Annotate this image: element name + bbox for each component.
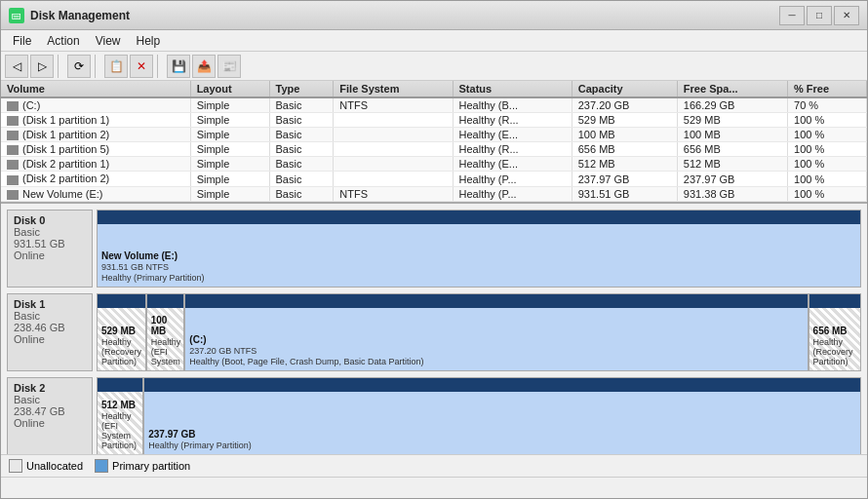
close-button[interactable]: ✕ [834, 6, 859, 25]
back-button[interactable]: ◁ [5, 55, 28, 78]
cell-layout: Simple [190, 97, 269, 113]
cell-fs [334, 172, 453, 186]
menu-action[interactable]: Action [39, 32, 87, 50]
forward-button[interactable]: ▷ [30, 55, 54, 78]
partition-detail1: Healthy (Primary Partition) [148, 441, 856, 450]
partition-header [144, 378, 860, 392]
col-free[interactable]: Free Spa... [677, 81, 787, 97]
cell-type: Basic [269, 97, 334, 113]
partition-label: 100 MB [151, 315, 180, 336]
disk-0-partitions: New Volume (E:) 931.51 GB NTFS Healthy (… [97, 210, 861, 288]
table-row[interactable]: (Disk 1 partition 1) Simple Basic Health… [1, 113, 867, 128]
disk-0-size: 931.51 GB [14, 238, 86, 250]
cell-layout: Simple [190, 142, 269, 157]
disk-1-partitions: 529 MB Healthy (Recovery Partition) 100 … [97, 293, 861, 371]
cell-free: 512 MB [677, 157, 787, 172]
cell-volume: (Disk 1 partition 2) [1, 128, 190, 142]
cell-pct: 70 % [788, 97, 867, 113]
disk-2-partitions: 512 MB Healthy (EFI System Partition) 23… [97, 377, 861, 454]
disk-1-part-2[interactable]: (C:) 237.20 GB NTFS Healthy (Boot, Page … [185, 294, 809, 370]
disk-1-part-3[interactable]: 656 MB Healthy (Recovery Partition) [809, 294, 860, 370]
disk-1-part-0[interactable]: 529 MB Healthy (Recovery Partition) [98, 294, 147, 370]
primary-swatch [95, 459, 108, 473]
export-button[interactable]: 📤 [192, 55, 216, 78]
cell-free: 166.29 GB [677, 97, 787, 113]
disk-2-part-1[interactable]: 237.97 GB Healthy (Primary Partition) [144, 378, 860, 454]
window-title: Disk Management [30, 9, 779, 22]
disk-1-name: Disk 1 [14, 298, 86, 310]
table-row[interactable]: (Disk 1 partition 5) Simple Basic Health… [1, 142, 867, 157]
minimize-button[interactable]: ─ [779, 6, 805, 25]
delete-button[interactable]: ✕ [130, 55, 153, 78]
cell-fs: NTFS [334, 186, 453, 201]
properties-button[interactable]: 📋 [104, 55, 128, 78]
cell-capacity: 100 MB [572, 128, 677, 142]
cell-status: Healthy (R... [453, 113, 572, 128]
col-layout[interactable]: Layout [190, 81, 269, 97]
disk-2-type: Basic [14, 394, 86, 405]
disk-0-part-0[interactable]: New Volume (E:) 931.51 GB NTFS Healthy (… [98, 211, 860, 287]
menu-help[interactable]: Help [129, 32, 169, 50]
cell-capacity: 512 MB [572, 157, 677, 172]
window-controls: ─ □ ✕ [779, 6, 859, 25]
cell-capacity: 529 MB [572, 113, 677, 128]
disk-0-status: Online [14, 250, 86, 261]
cell-layout: Simple [190, 157, 269, 172]
toolbar-separator-2 [95, 55, 100, 78]
disk-1-type: Basic [14, 310, 86, 322]
disk-map: Disk 0 Basic 931.51 GB Online New Volume… [1, 204, 867, 454]
table-row[interactable]: (Disk 2 partition 2) Simple Basic Health… [1, 172, 867, 186]
table-row[interactable]: New Volume (E:) Simple Basic NTFS Health… [1, 186, 867, 201]
table-row[interactable]: (Disk 2 partition 1) Simple Basic Health… [1, 157, 867, 172]
disk-1-part-1[interactable]: 100 MB Healthy (EFI System [147, 294, 186, 370]
refresh-button[interactable]: ⟳ [67, 55, 91, 78]
table-row[interactable]: (Disk 1 partition 2) Simple Basic Health… [1, 128, 867, 142]
partition-header [185, 294, 807, 308]
menu-bar: File Action View Help [1, 30, 867, 52]
cell-volume: (Disk 2 partition 2) [1, 172, 190, 186]
partition-detail1: Healthy (EFI System [151, 337, 180, 366]
menu-view[interactable]: View [88, 32, 129, 50]
cell-type: Basic [269, 172, 334, 186]
cell-pct: 100 % [788, 172, 867, 186]
cell-free: 931.38 GB [677, 186, 787, 201]
legend-primary: Primary partition [95, 459, 190, 473]
unallocated-label: Unallocated [26, 460, 83, 472]
legend-unallocated: Unallocated [9, 459, 83, 473]
disk-2-row: Disk 2 Basic 238.47 GB Online 512 MB Hea… [7, 377, 861, 454]
cell-capacity: 656 MB [572, 142, 677, 157]
cell-status: Healthy (B... [453, 97, 572, 113]
save-button[interactable]: 💾 [167, 55, 190, 78]
cell-type: Basic [269, 113, 334, 128]
partition-header [98, 211, 860, 224]
disk-2-name: Disk 2 [14, 382, 86, 394]
col-pct[interactable]: % Free [788, 81, 867, 97]
cell-type: Basic [269, 142, 334, 157]
partition-header [98, 378, 142, 392]
cell-type: Basic [269, 157, 334, 172]
partition-label: 237.97 GB [148, 429, 856, 440]
cell-free: 237.97 GB [677, 172, 787, 186]
cell-fs [334, 113, 453, 128]
col-status[interactable]: Status [453, 81, 572, 97]
partition-label: 512 MB [101, 400, 138, 410]
menu-file[interactable]: File [5, 32, 39, 50]
primary-label: Primary partition [112, 460, 190, 472]
disk-2-part-0[interactable]: 512 MB Healthy (EFI System Partition) [98, 378, 144, 454]
disk-0-label: Disk 0 Basic 931.51 GB Online [7, 210, 93, 288]
maximize-button[interactable]: □ [807, 6, 832, 25]
partition-detail1: Healthy (Recovery Partition) [813, 337, 856, 366]
cell-capacity: 237.97 GB [572, 172, 677, 186]
report-button[interactable]: 📰 [217, 55, 241, 78]
col-capacity[interactable]: Capacity [572, 81, 677, 97]
partition-detail1: 237.20 GB NTFS [189, 346, 803, 356]
cell-pct: 100 % [788, 142, 867, 157]
col-fs[interactable]: File System [334, 81, 453, 97]
col-volume[interactable]: Volume [1, 81, 190, 97]
disk-1-size: 238.46 GB [14, 322, 86, 333]
title-bar: 🖴 Disk Management ─ □ ✕ [1, 1, 867, 30]
app-icon: 🖴 [9, 8, 24, 23]
col-type[interactable]: Type [269, 81, 334, 97]
table-row[interactable]: (C:) Simple Basic NTFS Healthy (B... 237… [1, 97, 867, 113]
toolbar-separator-3 [157, 55, 163, 78]
